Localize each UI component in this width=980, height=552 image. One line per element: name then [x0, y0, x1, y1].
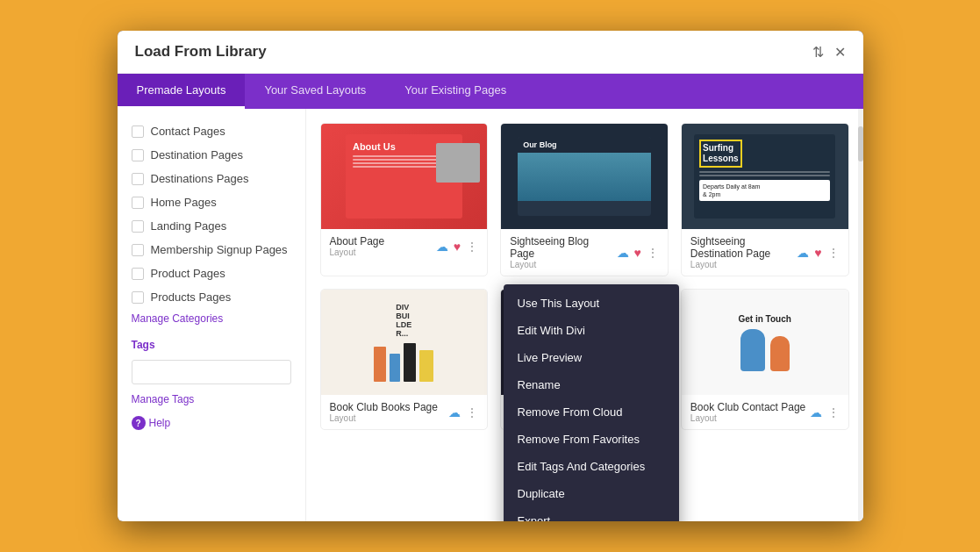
modal-body: Contact Pages Destination Pages Destinat… [118, 109, 863, 521]
sidebar-label-landing-pages: Landing Pages [151, 219, 227, 233]
card-about-page[interactable]: About Us About Page [320, 123, 489, 276]
manage-categories-link[interactable]: Manage Categories [118, 309, 305, 328]
help-link[interactable]: ? Help [118, 409, 305, 437]
sidebar-label-home-pages: Home Pages [151, 196, 217, 209]
surfing-title: SurfingLessons [699, 140, 742, 168]
modal-title: Load From Library [135, 43, 267, 61]
content-area: About Us About Page [306, 109, 863, 521]
sidebar-item-contact-pages[interactable]: Contact Pages [118, 119, 305, 143]
checkbox-products-pages[interactable] [132, 291, 144, 304]
cloud-icon-destination[interactable]: ☁ [797, 246, 809, 260]
context-rename[interactable]: Rename [504, 371, 679, 398]
card-thumb-blog: Our Blog [501, 124, 668, 229]
cloud-icon-about[interactable]: ☁ [436, 240, 448, 254]
card-info-destination: Sightseeing Destination Page Layout ☁ ♥ … [682, 229, 848, 276]
modal-header: Load From Library ⇅ ✕ [118, 31, 863, 74]
scrollbar-thumb[interactable] [858, 126, 863, 161]
card-books-page[interactable]: DIVBUILDER... Book Club Books Page [320, 289, 489, 430]
dots-icon-contact[interactable]: ⋮ [827, 405, 840, 419]
sidebar-label-contact-pages: Contact Pages [151, 125, 225, 138]
cloud-icon-books[interactable]: ☁ [448, 405, 461, 419]
card-actions-contact: ☁ ⋮ [810, 405, 840, 419]
blog-header: Our Blog [518, 137, 651, 153]
card-meta-blog: Sightseeing Blog Page Layout [510, 235, 616, 269]
context-duplicate[interactable]: Duplicate [504, 480, 679, 507]
sidebar-item-destinations-pages[interactable]: Destinations Pages [118, 167, 305, 190]
sidebar-item-membership-pages[interactable]: Membership Signup Pages [118, 238, 305, 262]
card-thumb-about: About Us [321, 124, 488, 229]
heart-icon-destination[interactable]: ♥ [814, 246, 821, 260]
card-thumb-contact: Get in Touch [682, 290, 848, 395]
context-edit-divi[interactable]: Edit With Divi [504, 317, 679, 344]
contact-preview-title: Get in Touch [738, 314, 790, 324]
checkbox-membership-pages[interactable] [132, 244, 144, 256]
dots-icon-about[interactable]: ⋮ [466, 240, 478, 254]
context-use-layout[interactable]: Use This Layout [504, 290, 679, 317]
checkbox-product-pages[interactable] [132, 268, 144, 280]
sidebar-label-products-pages: Products Pages [151, 290, 232, 304]
departs-box: Departs Daily at 8am& 2pm [699, 180, 830, 201]
card-info-contact: Book Club Contact Page Layout ☁ ⋮ [682, 395, 848, 429]
sort-icon[interactable]: ⇅ [812, 44, 824, 61]
blog-preview: Our Blog [518, 137, 651, 216]
header-actions: ⇅ ✕ [812, 44, 846, 61]
books-preview-label: DIVBUILDER... [396, 303, 411, 338]
manage-tags-link[interactable]: Manage Tags [118, 390, 305, 409]
sidebar: Contact Pages Destination Pages Destinat… [118, 109, 306, 521]
sidebar-item-landing-pages[interactable]: Landing Pages [118, 214, 305, 238]
sidebar-item-destination-pages[interactable]: Destination Pages [118, 143, 305, 167]
card-actions-about: ☁ ♥ ⋮ [436, 240, 478, 254]
checkbox-destination-pages[interactable] [132, 149, 144, 161]
modal: Load From Library ⇅ ✕ Premade Layouts Yo… [118, 31, 863, 521]
heart-icon-blog[interactable]: ♥ [634, 246, 641, 260]
cloud-icon-blog[interactable]: ☁ [617, 246, 629, 260]
sidebar-label-product-pages: Product Pages [151, 267, 225, 280]
card-name-books: Book Club Books Page [330, 401, 438, 413]
dots-icon-blog[interactable]: ⋮ [647, 246, 659, 260]
context-remove-favorites[interactable]: Remove From Favorites [504, 426, 679, 453]
sidebar-label-destination-pages: Destination Pages [151, 148, 244, 161]
tags-input[interactable] [132, 360, 291, 384]
dots-icon-destination[interactable]: ⋮ [827, 246, 840, 260]
sidebar-item-home-pages[interactable]: Home Pages [118, 190, 305, 214]
close-icon[interactable]: ✕ [834, 44, 846, 61]
sidebar-label-destinations-pages: Destinations Pages [151, 172, 249, 185]
contact-figures [740, 329, 790, 371]
card-type-contact: Layout [690, 413, 805, 423]
dots-icon-books[interactable]: ⋮ [466, 405, 478, 419]
tab-saved-layouts[interactable]: Your Saved Layouts [245, 74, 385, 109]
card-meta-destination: Sightseeing Destination Page Layout [690, 235, 797, 269]
tab-premade-layouts[interactable]: Premade Layouts [118, 74, 246, 109]
context-export[interactable]: Export [504, 507, 679, 521]
tags-section-label: Tags [118, 328, 305, 355]
cloud-icon-contact[interactable]: ☁ [810, 405, 822, 419]
card-meta-contact: Book Club Contact Page Layout [690, 401, 805, 423]
tabs-bar: Premade Layouts Your Saved Layouts Your … [118, 74, 863, 109]
card-destination-page[interactable]: SurfingLessons Departs Daily at 8am& 2pm… [681, 123, 849, 276]
context-menu: Use This Layout Edit With Divi Live Prev… [504, 284, 679, 521]
sidebar-item-product-pages[interactable]: Product Pages [118, 262, 305, 285]
heart-icon-about[interactable]: ♥ [454, 240, 461, 254]
blog-image [518, 153, 651, 201]
checkbox-contact-pages[interactable] [132, 125, 144, 138]
blog-title-text: Our Blog [523, 140, 646, 149]
card-name-contact: Book Club Contact Page [690, 401, 805, 413]
context-live-preview[interactable]: Live Preview [504, 344, 679, 371]
card-name-destination: Sightseeing Destination Page [690, 235, 797, 260]
card-actions-books: ☁ ⋮ [448, 405, 478, 419]
card-type-blog: Layout [510, 260, 616, 269]
card-meta-books: Book Club Books Page Layout [330, 401, 438, 423]
tab-existing-pages[interactable]: Your Existing Pages [385, 74, 526, 109]
card-contact-page[interactable]: Get in Touch Book Club Contact Page Layo… [681, 289, 849, 430]
sidebar-item-products-pages[interactable]: Products Pages [118, 285, 305, 309]
checkbox-landing-pages[interactable] [132, 220, 144, 233]
about-us-preview: About Us [346, 134, 462, 219]
card-blog-page[interactable]: Our Blog Sightseeing Blog Page Layout ☁ [500, 123, 669, 276]
card-actions-blog: ☁ ♥ ⋮ [617, 246, 659, 260]
checkbox-destinations-pages[interactable] [132, 173, 144, 185]
card-type-books: Layout [330, 413, 438, 423]
surfing-preview: SurfingLessons Departs Daily at 8am& 2pm [694, 134, 835, 219]
context-remove-cloud[interactable]: Remove From Cloud [504, 398, 679, 426]
checkbox-home-pages[interactable] [132, 197, 144, 209]
context-edit-tags[interactable]: Edit Tags And Categories [504, 453, 679, 480]
